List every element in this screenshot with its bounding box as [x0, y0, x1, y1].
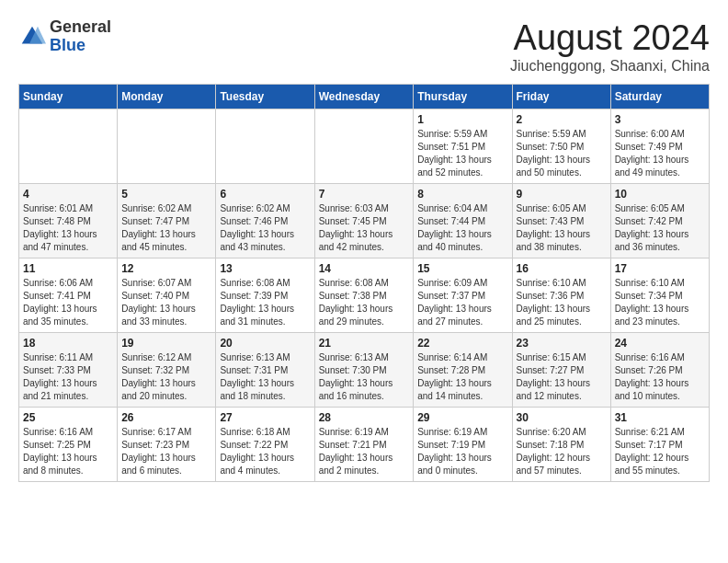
day-number: 24 — [615, 337, 705, 350]
day-info: Sunrise: 6:11 AMSunset: 7:33 PMDaylight:… — [23, 351, 113, 403]
day-number: 14 — [319, 262, 410, 275]
calendar-cell: 2Sunrise: 5:59 AMSunset: 7:50 PMDaylight… — [512, 109, 610, 184]
calendar-cell: 22Sunrise: 6:14 AMSunset: 7:28 PMDayligh… — [414, 333, 512, 408]
day-number: 12 — [121, 262, 211, 275]
day-info: Sunrise: 5:59 AMSunset: 7:50 PMDaylight:… — [517, 128, 607, 179]
day-info: Sunrise: 6:02 AMSunset: 7:47 PMDaylight:… — [121, 202, 211, 254]
calendar-cell: 7Sunrise: 6:03 AMSunset: 7:45 PMDaylight… — [314, 184, 414, 259]
calendar-cell: 28Sunrise: 6:19 AMSunset: 7:21 PMDayligh… — [314, 408, 414, 482]
calendar-cell: 18Sunrise: 6:11 AMSunset: 7:33 PMDayligh… — [19, 333, 118, 408]
calendar-header-friday: Friday — [512, 85, 610, 109]
day-info: Sunrise: 6:20 AMSunset: 7:18 PMDaylight:… — [517, 426, 607, 477]
calendar-cell: 17Sunrise: 6:10 AMSunset: 7:34 PMDayligh… — [610, 259, 709, 333]
logo: General Blue — [18, 18, 111, 55]
calendar-week-row: 11Sunrise: 6:06 AMSunset: 7:41 PMDayligh… — [19, 259, 710, 333]
calendar-cell: 10Sunrise: 6:05 AMSunset: 7:42 PMDayligh… — [610, 184, 709, 259]
title-section: August 2024 Jiuchenggong, Shaanxi, China — [510, 18, 710, 75]
day-info: Sunrise: 6:02 AMSunset: 7:46 PMDaylight:… — [220, 202, 310, 254]
day-info: Sunrise: 6:08 AMSunset: 7:39 PMDaylight:… — [220, 277, 310, 328]
calendar-cell: 5Sunrise: 6:02 AMSunset: 7:47 PMDaylight… — [118, 184, 216, 259]
day-info: Sunrise: 6:08 AMSunset: 7:38 PMDaylight:… — [319, 277, 410, 328]
calendar-cell — [19, 109, 118, 184]
calendar-week-row: 1Sunrise: 5:59 AMSunset: 7:51 PMDaylight… — [19, 109, 710, 184]
day-number: 4 — [23, 188, 113, 201]
calendar-cell: 25Sunrise: 6:16 AMSunset: 7:25 PMDayligh… — [19, 408, 118, 482]
day-info: Sunrise: 6:18 AMSunset: 7:22 PMDaylight:… — [220, 426, 310, 477]
calendar-header-row: SundayMondayTuesdayWednesdayThursdayFrid… — [19, 85, 710, 109]
day-number: 28 — [319, 411, 410, 424]
day-number: 23 — [517, 337, 607, 350]
day-info: Sunrise: 6:16 AMSunset: 7:25 PMDaylight:… — [23, 426, 113, 477]
day-info: Sunrise: 6:05 AMSunset: 7:42 PMDaylight:… — [615, 202, 705, 254]
calendar-cell: 19Sunrise: 6:12 AMSunset: 7:32 PMDayligh… — [118, 333, 216, 408]
calendar-header-sunday: Sunday — [19, 85, 118, 109]
day-info: Sunrise: 6:03 AMSunset: 7:45 PMDaylight:… — [319, 202, 410, 254]
logo-text: General Blue — [50, 18, 111, 55]
day-number: 5 — [121, 188, 211, 201]
day-number: 29 — [417, 411, 507, 424]
calendar-cell: 11Sunrise: 6:06 AMSunset: 7:41 PMDayligh… — [19, 259, 118, 333]
logo-blue: Blue — [50, 37, 111, 55]
day-number: 18 — [23, 337, 113, 350]
calendar-cell: 9Sunrise: 6:05 AMSunset: 7:43 PMDaylight… — [512, 184, 610, 259]
calendar-cell: 12Sunrise: 6:07 AMSunset: 7:40 PMDayligh… — [118, 259, 216, 333]
logo-general: General — [50, 18, 111, 37]
calendar-cell: 4Sunrise: 6:01 AMSunset: 7:48 PMDaylight… — [19, 184, 118, 259]
day-number: 22 — [417, 337, 507, 350]
logo-icon — [18, 23, 46, 51]
day-info: Sunrise: 6:04 AMSunset: 7:44 PMDaylight:… — [417, 202, 507, 254]
calendar-week-row: 25Sunrise: 6:16 AMSunset: 7:25 PMDayligh… — [19, 408, 710, 482]
calendar-cell — [314, 109, 414, 184]
calendar-cell: 1Sunrise: 5:59 AMSunset: 7:51 PMDaylight… — [414, 109, 512, 184]
calendar-cell: 3Sunrise: 6:00 AMSunset: 7:49 PMDaylight… — [610, 109, 709, 184]
calendar-header-monday: Monday — [118, 85, 216, 109]
calendar-week-row: 18Sunrise: 6:11 AMSunset: 7:33 PMDayligh… — [19, 333, 710, 408]
calendar-cell: 20Sunrise: 6:13 AMSunset: 7:31 PMDayligh… — [216, 333, 314, 408]
day-number: 6 — [220, 188, 310, 201]
day-number: 26 — [121, 411, 211, 424]
day-info: Sunrise: 6:19 AMSunset: 7:21 PMDaylight:… — [319, 426, 410, 477]
calendar-cell: 21Sunrise: 6:13 AMSunset: 7:30 PMDayligh… — [314, 333, 414, 408]
day-info: Sunrise: 6:07 AMSunset: 7:40 PMDaylight:… — [121, 277, 211, 328]
day-info: Sunrise: 6:00 AMSunset: 7:49 PMDaylight:… — [615, 128, 705, 179]
calendar-cell: 27Sunrise: 6:18 AMSunset: 7:22 PMDayligh… — [216, 408, 314, 482]
day-number: 7 — [319, 188, 410, 201]
calendar-cell: 30Sunrise: 6:20 AMSunset: 7:18 PMDayligh… — [512, 408, 610, 482]
day-info: Sunrise: 6:13 AMSunset: 7:30 PMDaylight:… — [319, 351, 410, 403]
day-info: Sunrise: 5:59 AMSunset: 7:51 PMDaylight:… — [417, 128, 507, 179]
calendar-cell: 6Sunrise: 6:02 AMSunset: 7:46 PMDaylight… — [216, 184, 314, 259]
calendar-cell — [216, 109, 314, 184]
day-number: 9 — [517, 188, 607, 201]
day-info: Sunrise: 6:15 AMSunset: 7:27 PMDaylight:… — [517, 351, 607, 403]
calendar-header-thursday: Thursday — [414, 85, 512, 109]
day-info: Sunrise: 6:10 AMSunset: 7:34 PMDaylight:… — [615, 277, 705, 328]
day-info: Sunrise: 6:19 AMSunset: 7:19 PMDaylight:… — [417, 426, 507, 477]
day-number: 11 — [23, 262, 113, 275]
day-number: 17 — [615, 262, 705, 275]
header: General Blue August 2024 Jiuchenggong, S… — [18, 18, 710, 75]
day-info: Sunrise: 6:12 AMSunset: 7:32 PMDaylight:… — [121, 351, 211, 403]
calendar-cell: 8Sunrise: 6:04 AMSunset: 7:44 PMDaylight… — [414, 184, 512, 259]
day-number: 2 — [517, 113, 607, 126]
calendar-cell: 31Sunrise: 6:21 AMSunset: 7:17 PMDayligh… — [610, 408, 709, 482]
subtitle: Jiuchenggong, Shaanxi, China — [510, 58, 710, 75]
calendar-header-saturday: Saturday — [610, 85, 709, 109]
day-number: 10 — [615, 188, 705, 201]
day-info: Sunrise: 6:21 AMSunset: 7:17 PMDaylight:… — [615, 426, 705, 477]
calendar-cell: 24Sunrise: 6:16 AMSunset: 7:26 PMDayligh… — [610, 333, 709, 408]
day-number: 15 — [417, 262, 507, 275]
day-number: 31 — [615, 411, 705, 424]
day-info: Sunrise: 6:01 AMSunset: 7:48 PMDaylight:… — [23, 202, 113, 254]
calendar-cell — [118, 109, 216, 184]
day-number: 19 — [121, 337, 211, 350]
calendar: SundayMondayTuesdayWednesdayThursdayFrid… — [18, 84, 710, 482]
day-number: 21 — [319, 337, 410, 350]
day-number: 8 — [417, 188, 507, 201]
day-info: Sunrise: 6:13 AMSunset: 7:31 PMDaylight:… — [220, 351, 310, 403]
calendar-cell: 14Sunrise: 6:08 AMSunset: 7:38 PMDayligh… — [314, 259, 414, 333]
day-info: Sunrise: 6:05 AMSunset: 7:43 PMDaylight:… — [517, 202, 607, 254]
day-number: 30 — [517, 411, 607, 424]
main-title: August 2024 — [510, 18, 710, 58]
day-number: 13 — [220, 262, 310, 275]
calendar-cell: 16Sunrise: 6:10 AMSunset: 7:36 PMDayligh… — [512, 259, 610, 333]
